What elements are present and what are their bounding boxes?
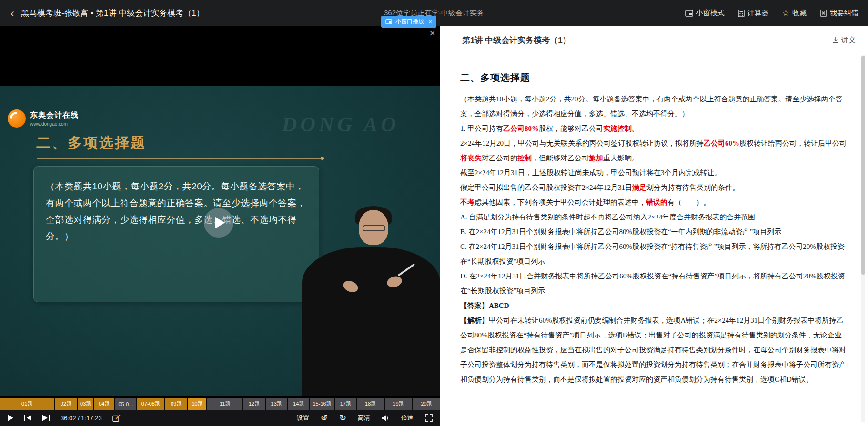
section-heading: 二、多项选择题 [460,71,848,84]
star-icon: ☆ [782,9,789,17]
chapter-segment[interactable]: 17题 [335,398,356,410]
calculator-icon [738,10,745,17]
pip-mode-label: 小窗模式 [696,9,725,18]
analysis-label: 【解析】 [460,317,489,324]
chapter-segment[interactable]: 19题 [385,398,412,410]
quality-button[interactable]: 高清 [358,414,370,422]
chapter-segment[interactable]: 04题 [94,398,114,410]
play-icon [215,217,225,228]
handout-content: 二、多项选择题 （本类题共10小题，每小题2分，共20分。每小题备选答案中，有两… [447,54,857,426]
chapter-segment[interactable]: 07-08题 [137,398,164,410]
lecture-slide: 东奥会计在线 www.dongao.com DONG AO 二、多项选择题 （本… [0,86,440,396]
chapter-segment[interactable]: 20题 [413,398,440,410]
previous-lecture-button[interactable] [24,415,31,421]
video-player[interactable]: × 东奥会计在线 www.dongao.com DONG AO 二、多项选择题 … [0,26,440,426]
glasses [363,225,385,231]
note-icon[interactable] [112,414,121,422]
rewind-5s-button[interactable]: ↺5 [321,414,328,422]
chapter-segment[interactable]: 03题 [78,398,93,410]
chapter-segment[interactable]: 11题 [207,398,242,410]
chapter-segment[interactable]: 09题 [165,398,187,410]
time-display: 36:02 / 1:17:23 [61,415,102,422]
question-stem: 1. 甲公司持有乙公司80%股权，能够对乙公司实施控制。2×24年12月20日，… [460,121,848,210]
slide-question-box: （本类题共10小题，每小题2分，共20分。每小题备选答案中，有两个或两个以上符合… [33,166,319,302]
course-title: 黑马模考班-张敬富 • 第1讲 中级会计实务模考（1） [21,8,204,19]
handout-header: 第1讲 中级会计实务模考（1） 讲义 [440,26,868,54]
analysis-line: 【解析】甲公司在未转让60%股权投资前仍要编制合并财务报表，选项A错误；在2×2… [460,313,848,387]
handout-title: 第1讲 中级会计实务模考（1） [462,35,571,46]
question-stem-line: 截至2×24年12月31日，上述股权转让尚未成功，甲公司预计将在3个月内完成转让… [460,166,848,180]
dongao-logo: 东奥会计在线 www.dongao.com [8,109,79,128]
question-options: A. 自满足划分为持有待售类别的条件时起不再将乙公司纳入2×24年度合并财务报表… [460,210,848,298]
pip-tooltip: 小窗口播放 × [381,16,436,28]
play-overlay-button[interactable] [204,208,233,238]
chapter-segment[interactable]: 01题 [0,398,54,410]
app-window: ‹ 黑马模考班-张敬富 • 第1讲 中级会计实务模考（1） 362位学员正在学-… [0,0,868,426]
question-stem-line: 2×24年12月20日，甲公司与无关联关系的丙公司签订股权转让协议，拟将所持乙公… [460,136,848,166]
chapter-segment[interactable]: 18题 [357,398,384,410]
chapter-segment[interactable]: 15-16题 [310,398,334,410]
answer-label: 【答案】 [460,302,489,309]
answer-value: ABCD [489,302,509,309]
topbar-actions: 小窗模式 计算器 ☆ 收藏 我要纠错 [685,9,868,18]
chapter-segment[interactable]: 10题 [188,398,206,410]
favorite-button[interactable]: ☆ 收藏 [782,9,807,18]
chapter-segment[interactable]: 02题 [55,398,77,410]
doc-scrollbar[interactable] [861,55,865,422]
report-error-button[interactable]: 我要纠错 [820,9,858,18]
watermark: DONG AO [282,112,399,137]
section-intro: （本类题共10小题，每小题2分，共20分。每小题备选答案中，有两个或两个以上符合… [460,92,848,121]
option-line: D. 在2×24年12月31日合并财务报表中将所持乙公司60%股权投资在“持有待… [460,269,848,298]
option-line: C. 在2×24年12月31日个别财务报表中将所持乙公司60%股权投资在“持有待… [460,239,848,269]
question-stem-line: 不考虑其他因素，下列各项关于甲公司会计处理的表述中，错误的有（ ）。 [460,195,848,210]
volume-icon[interactable] [382,415,390,422]
slide-title: 二、多项选择题 [36,133,146,153]
topbar-left: ‹ 黑马模考班-张敬富 • 第1讲 中级会计实务模考（1） [0,8,204,19]
download-icon [832,37,839,43]
tooltip-close-icon[interactable]: × [428,18,432,26]
logo-name: 东奥会计在线 [30,110,79,120]
report-error-label: 我要纠错 [830,9,858,18]
instructor-video [302,209,440,396]
pip-mode-button[interactable]: 小窗模式 [685,9,725,18]
calculator-button[interactable]: 计算器 [738,9,769,18]
video-close-icon[interactable]: × [429,27,435,40]
speed-button[interactable]: 倍速 [401,414,414,422]
handout-download-button[interactable]: 讲义 [832,36,856,45]
settings-button[interactable]: 设置 [297,414,309,422]
slide-divider [37,158,322,159]
chapter-segment[interactable]: 13题 [266,398,287,410]
chapter-bar: 01题02题03题04题05-0...07-08题09题10题11题12题13题… [0,398,440,410]
next-lecture-button[interactable] [42,415,50,421]
pip-tooltip-label: 小窗口播放 [395,18,424,26]
calculator-label: 计算器 [747,9,769,18]
chapter-segment[interactable]: 05-0... [115,398,137,410]
play-button[interactable] [8,415,13,421]
answer-line: 【答案】ABCD [460,298,848,313]
question-stem-line: 假定甲公司拟出售的乙公司股权投资在2×24年12月31日满足划分为持有待售类别的… [460,180,848,195]
question-stem-line: 1. 甲公司持有乙公司80%股权，能够对乙公司实施控制。 [460,121,848,136]
handout-link-label: 讲义 [841,36,856,45]
handout-panel: 第1讲 中级会计实务模考（1） 讲义 二、多项选择题 （本类题共10小题，每小题… [440,26,868,426]
analysis-text: 甲公司在未转让60%股权投资前仍要编制合并财务报表，选项A错误；在2×24年12… [460,317,846,383]
chapter-segment[interactable]: 14题 [288,398,309,410]
logo-circle-icon [8,109,26,128]
fullscreen-icon[interactable] [425,414,433,422]
player-controls-right: 设置 ↺5 ↻5 高清 倍速 [297,414,433,422]
report-error-icon [820,10,827,17]
pip-icon [685,10,693,17]
option-line: B. 在2×24年12月31日个别财务报表中将所持乙公司80%股权投资在“一年内… [460,225,848,239]
pip-icon [385,19,392,24]
scrollbar-thumb[interactable] [861,56,865,275]
forward-5s-button[interactable]: ↻5 [339,414,346,422]
option-line: A. 自满足划分为持有待售类别的条件时起不再将乙公司纳入2×24年度合并财务报表… [460,210,848,225]
player-controls: 36:02 / 1:17:23 设置 ↺5 ↻5 高清 倍速 [0,410,440,426]
favorite-label: 收藏 [792,9,807,18]
back-button[interactable]: ‹ [10,8,14,19]
logo-url: www.dongao.com [30,121,79,127]
chapter-segment[interactable]: 12题 [243,398,265,410]
